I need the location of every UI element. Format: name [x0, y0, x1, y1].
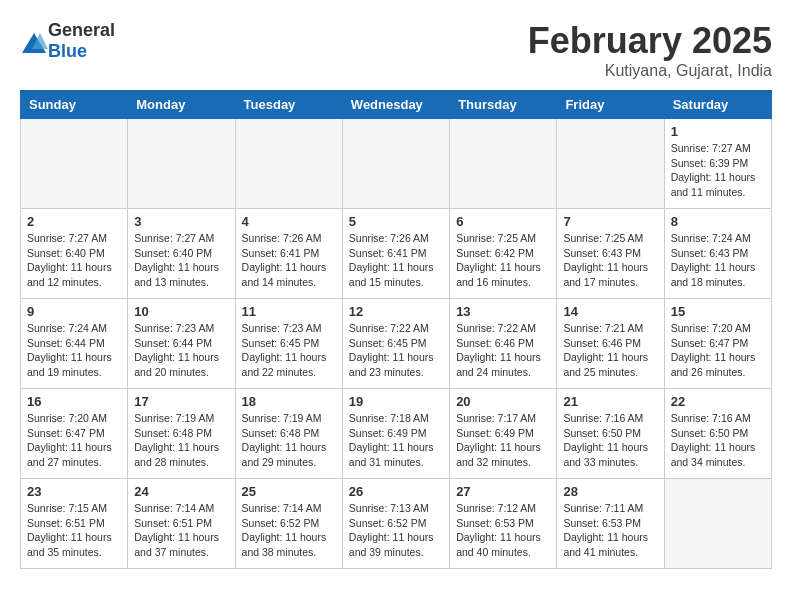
day-info: Sunrise: 7:22 AM Sunset: 6:46 PM Dayligh… — [456, 321, 550, 380]
calendar-cell: 16Sunrise: 7:20 AM Sunset: 6:47 PM Dayli… — [21, 389, 128, 479]
calendar-cell — [342, 119, 449, 209]
day-number: 16 — [27, 394, 121, 409]
day-info: Sunrise: 7:25 AM Sunset: 6:42 PM Dayligh… — [456, 231, 550, 290]
page-header: General Blue February 2025 Kutiyana, Guj… — [20, 20, 772, 80]
day-number: 28 — [563, 484, 657, 499]
day-number: 24 — [134, 484, 228, 499]
week-row-3: 9Sunrise: 7:24 AM Sunset: 6:44 PM Daylig… — [21, 299, 772, 389]
day-info: Sunrise: 7:15 AM Sunset: 6:51 PM Dayligh… — [27, 501, 121, 560]
day-info: Sunrise: 7:21 AM Sunset: 6:46 PM Dayligh… — [563, 321, 657, 380]
day-info: Sunrise: 7:23 AM Sunset: 6:44 PM Dayligh… — [134, 321, 228, 380]
calendar-cell: 4Sunrise: 7:26 AM Sunset: 6:41 PM Daylig… — [235, 209, 342, 299]
week-row-2: 2Sunrise: 7:27 AM Sunset: 6:40 PM Daylig… — [21, 209, 772, 299]
day-info: Sunrise: 7:27 AM Sunset: 6:40 PM Dayligh… — [27, 231, 121, 290]
calendar-cell: 23Sunrise: 7:15 AM Sunset: 6:51 PM Dayli… — [21, 479, 128, 569]
day-info: Sunrise: 7:16 AM Sunset: 6:50 PM Dayligh… — [671, 411, 765, 470]
day-number: 7 — [563, 214, 657, 229]
calendar-cell: 13Sunrise: 7:22 AM Sunset: 6:46 PM Dayli… — [450, 299, 557, 389]
day-info: Sunrise: 7:25 AM Sunset: 6:43 PM Dayligh… — [563, 231, 657, 290]
calendar-cell: 9Sunrise: 7:24 AM Sunset: 6:44 PM Daylig… — [21, 299, 128, 389]
calendar-cell: 26Sunrise: 7:13 AM Sunset: 6:52 PM Dayli… — [342, 479, 449, 569]
day-number: 25 — [242, 484, 336, 499]
calendar-cell: 25Sunrise: 7:14 AM Sunset: 6:52 PM Dayli… — [235, 479, 342, 569]
day-number: 18 — [242, 394, 336, 409]
calendar-cell — [235, 119, 342, 209]
calendar-cell: 24Sunrise: 7:14 AM Sunset: 6:51 PM Dayli… — [128, 479, 235, 569]
day-number: 13 — [456, 304, 550, 319]
logo-icon — [20, 31, 44, 51]
calendar-cell: 12Sunrise: 7:22 AM Sunset: 6:45 PM Dayli… — [342, 299, 449, 389]
calendar-cell: 6Sunrise: 7:25 AM Sunset: 6:42 PM Daylig… — [450, 209, 557, 299]
day-number: 3 — [134, 214, 228, 229]
day-number: 27 — [456, 484, 550, 499]
col-header-wednesday: Wednesday — [342, 91, 449, 119]
month-title: February 2025 — [528, 20, 772, 62]
day-info: Sunrise: 7:11 AM Sunset: 6:53 PM Dayligh… — [563, 501, 657, 560]
day-number: 26 — [349, 484, 443, 499]
calendar-cell: 7Sunrise: 7:25 AM Sunset: 6:43 PM Daylig… — [557, 209, 664, 299]
day-info: Sunrise: 7:23 AM Sunset: 6:45 PM Dayligh… — [242, 321, 336, 380]
day-number: 10 — [134, 304, 228, 319]
day-info: Sunrise: 7:13 AM Sunset: 6:52 PM Dayligh… — [349, 501, 443, 560]
col-header-friday: Friday — [557, 91, 664, 119]
day-info: Sunrise: 7:22 AM Sunset: 6:45 PM Dayligh… — [349, 321, 443, 380]
calendar-cell: 11Sunrise: 7:23 AM Sunset: 6:45 PM Dayli… — [235, 299, 342, 389]
day-number: 15 — [671, 304, 765, 319]
col-header-thursday: Thursday — [450, 91, 557, 119]
day-info: Sunrise: 7:18 AM Sunset: 6:49 PM Dayligh… — [349, 411, 443, 470]
day-number: 12 — [349, 304, 443, 319]
day-info: Sunrise: 7:20 AM Sunset: 6:47 PM Dayligh… — [27, 411, 121, 470]
day-number: 20 — [456, 394, 550, 409]
col-header-saturday: Saturday — [664, 91, 771, 119]
calendar-cell: 17Sunrise: 7:19 AM Sunset: 6:48 PM Dayli… — [128, 389, 235, 479]
calendar-cell: 22Sunrise: 7:16 AM Sunset: 6:50 PM Dayli… — [664, 389, 771, 479]
calendar-cell: 5Sunrise: 7:26 AM Sunset: 6:41 PM Daylig… — [342, 209, 449, 299]
day-number: 19 — [349, 394, 443, 409]
week-row-5: 23Sunrise: 7:15 AM Sunset: 6:51 PM Dayli… — [21, 479, 772, 569]
week-row-1: 1Sunrise: 7:27 AM Sunset: 6:39 PM Daylig… — [21, 119, 772, 209]
day-number: 1 — [671, 124, 765, 139]
location-title: Kutiyana, Gujarat, India — [528, 62, 772, 80]
day-info: Sunrise: 7:27 AM Sunset: 6:40 PM Dayligh… — [134, 231, 228, 290]
day-number: 8 — [671, 214, 765, 229]
title-block: February 2025 Kutiyana, Gujarat, India — [528, 20, 772, 80]
calendar-cell — [557, 119, 664, 209]
calendar-cell: 14Sunrise: 7:21 AM Sunset: 6:46 PM Dayli… — [557, 299, 664, 389]
day-number: 6 — [456, 214, 550, 229]
day-info: Sunrise: 7:24 AM Sunset: 6:44 PM Dayligh… — [27, 321, 121, 380]
day-number: 9 — [27, 304, 121, 319]
calendar-cell: 28Sunrise: 7:11 AM Sunset: 6:53 PM Dayli… — [557, 479, 664, 569]
day-number: 2 — [27, 214, 121, 229]
day-number: 4 — [242, 214, 336, 229]
col-header-monday: Monday — [128, 91, 235, 119]
day-info: Sunrise: 7:26 AM Sunset: 6:41 PM Dayligh… — [349, 231, 443, 290]
calendar-cell: 20Sunrise: 7:17 AM Sunset: 6:49 PM Dayli… — [450, 389, 557, 479]
calendar-cell — [664, 479, 771, 569]
day-number: 21 — [563, 394, 657, 409]
day-info: Sunrise: 7:14 AM Sunset: 6:51 PM Dayligh… — [134, 501, 228, 560]
calendar-table: SundayMondayTuesdayWednesdayThursdayFrid… — [20, 90, 772, 569]
day-number: 23 — [27, 484, 121, 499]
day-info: Sunrise: 7:27 AM Sunset: 6:39 PM Dayligh… — [671, 141, 765, 200]
day-info: Sunrise: 7:26 AM Sunset: 6:41 PM Dayligh… — [242, 231, 336, 290]
col-header-tuesday: Tuesday — [235, 91, 342, 119]
calendar-cell: 18Sunrise: 7:19 AM Sunset: 6:48 PM Dayli… — [235, 389, 342, 479]
calendar-cell: 8Sunrise: 7:24 AM Sunset: 6:43 PM Daylig… — [664, 209, 771, 299]
calendar-cell — [21, 119, 128, 209]
calendar-cell: 27Sunrise: 7:12 AM Sunset: 6:53 PM Dayli… — [450, 479, 557, 569]
col-header-sunday: Sunday — [21, 91, 128, 119]
day-info: Sunrise: 7:14 AM Sunset: 6:52 PM Dayligh… — [242, 501, 336, 560]
calendar-cell: 2Sunrise: 7:27 AM Sunset: 6:40 PM Daylig… — [21, 209, 128, 299]
logo-text: General Blue — [48, 20, 115, 62]
day-number: 5 — [349, 214, 443, 229]
week-row-4: 16Sunrise: 7:20 AM Sunset: 6:47 PM Dayli… — [21, 389, 772, 479]
calendar-cell: 21Sunrise: 7:16 AM Sunset: 6:50 PM Dayli… — [557, 389, 664, 479]
calendar-cell: 10Sunrise: 7:23 AM Sunset: 6:44 PM Dayli… — [128, 299, 235, 389]
day-number: 11 — [242, 304, 336, 319]
day-info: Sunrise: 7:17 AM Sunset: 6:49 PM Dayligh… — [456, 411, 550, 470]
calendar-cell: 15Sunrise: 7:20 AM Sunset: 6:47 PM Dayli… — [664, 299, 771, 389]
calendar-cell: 1Sunrise: 7:27 AM Sunset: 6:39 PM Daylig… — [664, 119, 771, 209]
calendar-cell — [128, 119, 235, 209]
day-number: 17 — [134, 394, 228, 409]
day-info: Sunrise: 7:16 AM Sunset: 6:50 PM Dayligh… — [563, 411, 657, 470]
